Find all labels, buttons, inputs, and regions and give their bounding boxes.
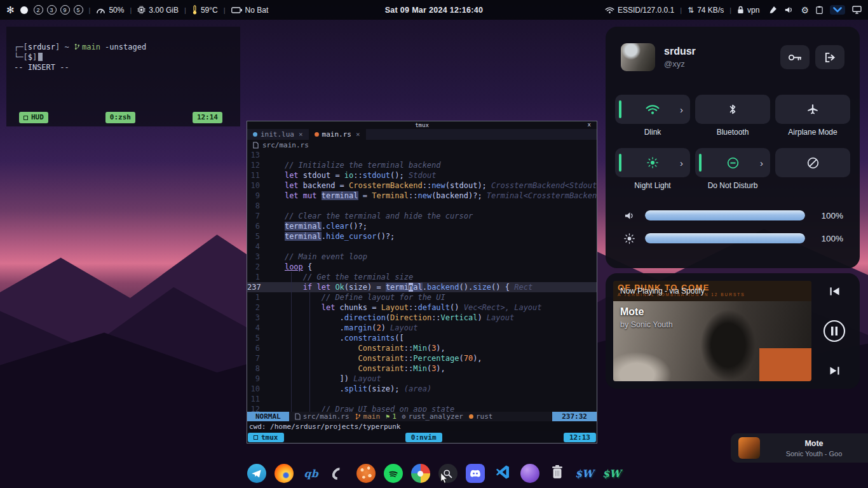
chevron-right-icon[interactable] [680, 158, 683, 168]
code-area[interactable]: 1312 // Initialize the terminal backend1… [247, 150, 597, 412]
code-line[interactable]: 12 // Initialize the terminal backend [247, 160, 597, 170]
workspace-3[interactable]: 3 [47, 5, 57, 15]
code-line[interactable]: 8 [247, 201, 597, 211]
clock[interactable]: Sat 09 Mar 2024 12:16:40 [385, 6, 484, 15]
code-line[interactable]: 11 [247, 394, 597, 404]
code-line[interactable]: 9 ]) Layout [247, 374, 597, 384]
keys-button[interactable] [780, 45, 810, 69]
code-line[interactable]: 237 if let Ok(size) = terminal.backend()… [247, 282, 597, 292]
tab-close-icon[interactable]: × [356, 130, 360, 139]
monitor-icon[interactable] [852, 6, 862, 14]
brightness-slider[interactable] [645, 233, 805, 243]
dock-firefox-icon[interactable] [273, 463, 295, 484]
paintbrush-icon[interactable] [769, 6, 777, 14]
tmux-session-badge[interactable]: 0:nvim [405, 433, 442, 442]
code-line[interactable]: 13 [247, 150, 597, 160]
dock-code-icon[interactable] [492, 463, 513, 484]
tmux-badge[interactable]: tmux [248, 433, 284, 442]
editor-window[interactable]: tmux x init.lua×main.rs× src/main.rs 131… [247, 121, 597, 444]
dock-trash-icon[interactable] [546, 463, 568, 484]
code-line[interactable]: 10 let backend = CrosstermBackend::new(s… [247, 180, 597, 191]
close-button[interactable]: x [588, 121, 591, 128]
code-line[interactable]: 11 let stdout = io::stdout(); Stdout [247, 170, 597, 180]
code-line[interactable]: 2 loop { [247, 262, 597, 272]
code-line[interactable]: 5 terminal.hide_cursor()?; [247, 231, 597, 241]
code-line[interactable]: 5 .constraints([ [247, 333, 597, 343]
code-line[interactable]: 8 Constraint::Min(3), [247, 363, 597, 374]
toggle-blocked[interactable] [775, 148, 850, 177]
code-line[interactable]: 6 terminal.clear()?; [247, 221, 597, 231]
clipboard-icon[interactable] [816, 6, 823, 14]
code-line[interactable]: 4 [247, 241, 597, 252]
ram-chip-icon [137, 6, 146, 14]
code-line[interactable]: 3 // Main event loop [247, 252, 597, 262]
line-number: 8 [247, 363, 266, 374]
updown-arrows-icon [688, 6, 694, 15]
line-number: 2 [247, 262, 266, 272]
dock-purple-app-icon[interactable] [519, 463, 541, 484]
workspace-2[interactable]: 2 [34, 5, 43, 15]
chevron-down-icon[interactable] [830, 5, 845, 15]
vpn-label: vpn [747, 6, 759, 15]
dock-qutebrowser-icon[interactable]: qb [301, 463, 322, 484]
code-line[interactable]: 1 // Define layout for the UI [247, 292, 597, 302]
dock-telegram-icon[interactable] [246, 463, 268, 484]
diagnostic-icon [386, 412, 390, 421]
toggle-night-light[interactable] [615, 148, 690, 177]
code-line[interactable]: 3 .direction(Direction::Vertical) Layout [247, 313, 597, 323]
terminal-window[interactable]: ┌─[srdusr] ~ main -unstaged └─[$] -- INS… [6, 27, 240, 126]
workspace-active-indicator[interactable] [20, 6, 28, 14]
workspace-9[interactable]: 9 [60, 5, 70, 15]
chevron-right-icon[interactable] [760, 158, 763, 168]
window-square-icon [24, 116, 28, 120]
toggle-wifi[interactable] [615, 95, 690, 124]
workspace-5[interactable]: 5 [74, 5, 83, 15]
dock-fish-icon[interactable] [328, 463, 349, 484]
gear-icon[interactable] [801, 5, 809, 15]
toggle-do-not-disturb[interactable] [695, 148, 770, 177]
code-line[interactable]: 9 let mut terminal = Terminal::new(backe… [247, 191, 597, 201]
toggle-airplane[interactable] [775, 95, 850, 124]
sliders-section: 100% 100% [606, 190, 860, 250]
thermometer-icon [192, 5, 198, 15]
volume-slider[interactable] [645, 210, 805, 220]
hud-label: HUD [31, 112, 44, 123]
memory-stat: 3.00 GiB [137, 6, 179, 15]
volume-value: 100% [814, 211, 843, 220]
dock-script-w-blue-icon[interactable]: $W [574, 463, 595, 484]
code-line[interactable]: 12 // Draw UI based on app state [247, 404, 597, 412]
code-line[interactable]: 6 Constraint::Min(3), [247, 343, 597, 353]
dock-spotify-icon[interactable] [383, 463, 404, 484]
tab-close-icon[interactable]: × [299, 130, 303, 139]
zsh-session-badge[interactable]: 0:zsh [105, 112, 135, 123]
previous-track-button[interactable] [829, 287, 840, 296]
hud-badge[interactable]: HUD [19, 112, 48, 123]
tab-init.lua[interactable]: init.lua× [247, 129, 309, 140]
logout-button[interactable] [815, 45, 844, 69]
vpn-status[interactable]: vpn [737, 6, 759, 15]
workspace-list: 2395 [34, 5, 83, 15]
dock-photos-icon[interactable] [410, 463, 431, 484]
dock-script-w-green-icon[interactable]: $W [601, 463, 623, 484]
code-line[interactable]: 2 let chunks = Layout::default() Vec<Rec… [247, 302, 597, 313]
next-track-button[interactable] [829, 366, 840, 376]
avatar[interactable] [621, 43, 655, 71]
code-line[interactable]: 7 Constraint::Percentage(70), [247, 353, 597, 363]
tab-main.rs[interactable]: main.rs× [309, 129, 366, 140]
pause-button[interactable] [823, 320, 846, 342]
launcher-icon[interactable]: ✻ [6, 4, 15, 16]
now-playing-source: Now Playing - via Spotify [620, 287, 705, 295]
code-line[interactable]: 10 .split(size); (area) [247, 384, 597, 394]
battery-value: No Bat [245, 6, 269, 15]
chevron-right-icon[interactable] [680, 105, 683, 114]
dock-discord-icon[interactable] [465, 463, 486, 484]
wifi-stat[interactable]: ESSID/127.0.0.1 [605, 6, 674, 15]
code-line[interactable]: 1 // Get the terminal size [247, 272, 597, 282]
speaker-icon[interactable] [784, 6, 794, 14]
code-line[interactable]: 4 .margin(2) Layout [247, 323, 597, 333]
dock-orange-app-icon[interactable] [355, 463, 377, 484]
blocked-icon [807, 157, 819, 169]
code-line[interactable]: 7 // Clear the terminal and hide the cur… [247, 211, 597, 221]
toggle-bluetooth[interactable] [695, 95, 770, 124]
media-notification[interactable]: Mote Sonic Youth - Goo [731, 433, 868, 463]
